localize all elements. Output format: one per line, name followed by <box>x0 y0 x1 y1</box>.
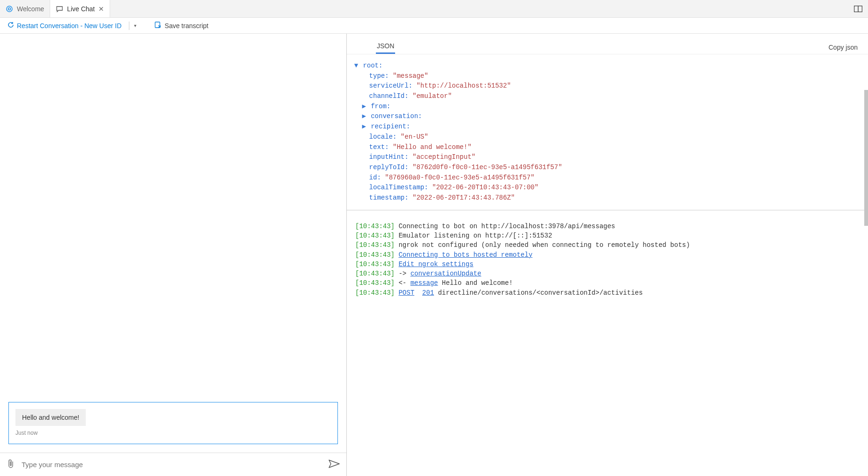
tab-welcome[interactable]: Welcome <box>0 0 50 17</box>
split-panel-icon[interactable] <box>848 0 868 17</box>
log-link[interactable]: Edit ngrok settings <box>398 260 473 268</box>
selected-activity[interactable]: Hello and welcome! Just now <box>8 402 338 444</box>
log-timestamp: [10:43:43] <box>355 232 395 239</box>
log-line: [10:43:43] -> conversationUpdate <box>355 269 860 278</box>
log-link[interactable]: Connecting to bots hosted remotely <box>398 251 532 259</box>
log-timestamp: [10:43:43] <box>355 251 395 259</box>
close-icon[interactable]: ✕ <box>98 5 104 13</box>
json-value: "2022-06-20T10:43:43-07:00" <box>432 184 539 191</box>
refresh-icon <box>7 22 14 30</box>
json-value: "8762d0f0-f0c0-11ec-93e5-a1495f631f57" <box>412 164 562 171</box>
tab-livechat[interactable]: Live Chat ✕ <box>50 0 110 17</box>
tab-livechat-label: Live Chat <box>67 5 95 13</box>
log-link-post[interactable]: POST <box>398 289 414 297</box>
log-link[interactable]: conversationUpdate <box>411 270 481 277</box>
json-key: recipient: <box>371 123 410 130</box>
attachment-icon[interactable] <box>7 459 15 470</box>
restart-label: Restart Conversation - New User ID <box>17 22 121 30</box>
json-key: channelId: <box>369 92 409 100</box>
message-input[interactable] <box>22 461 322 469</box>
chevron-down-icon[interactable]: ▾ <box>134 23 136 28</box>
bot-message-bubble[interactable]: Hello and welcome! <box>15 409 86 426</box>
log-text: -> <box>395 270 411 277</box>
svg-rect-4 <box>155 22 160 28</box>
log-timestamp: [10:43:43] <box>355 241 395 249</box>
log-timestamp: [10:43:43] <box>355 270 395 277</box>
log-link-status[interactable]: 201 <box>422 289 434 297</box>
json-value: "acceptingInput" <box>412 153 475 161</box>
bot-message-text: Hello and welcome! <box>22 414 79 421</box>
json-value: "876960a0-f0c0-11ec-93e5-a1495f631f57" <box>385 174 534 181</box>
log-line: [10:43:43] Connecting to bots hosted rem… <box>355 250 860 260</box>
svg-point-1 <box>8 7 11 10</box>
tab-welcome-label: Welcome <box>17 5 44 13</box>
json-key: conversation: <box>371 112 422 120</box>
json-value: "message" <box>393 72 428 80</box>
log-line: [10:43:43] Emulator listening on http://… <box>355 231 860 240</box>
json-key: from: <box>371 103 390 110</box>
json-key: text: <box>369 143 389 151</box>
log-text: Emulator listening on http://[::]:51532 <box>395 232 552 239</box>
welcome-icon <box>6 5 13 13</box>
log-line: [10:43:43] ngrok not configured (only ne… <box>355 240 860 250</box>
log-timestamp: [10:43:43] <box>355 279 395 287</box>
log-text: <- <box>395 279 411 287</box>
log-line: [10:43:43] POST 201 directline/conversat… <box>355 288 860 298</box>
log-timestamp: [10:43:43] <box>355 223 395 230</box>
divider <box>129 22 129 30</box>
json-key: locale: <box>369 133 397 141</box>
json-key: type: <box>369 72 389 80</box>
json-key: inputHint: <box>369 153 409 161</box>
chat-icon <box>56 5 63 13</box>
main-split: Hello and welcome! Just now JSON Copy js… <box>0 34 868 476</box>
json-tab[interactable]: JSON <box>376 39 395 54</box>
log-link[interactable]: message <box>411 279 438 287</box>
json-value: "http://localhost:51532" <box>416 82 511 89</box>
toolbar: Restart Conversation - New User ID ▾ Sav… <box>0 18 868 34</box>
json-key: serviceUrl: <box>369 82 412 89</box>
json-key: id: <box>369 174 381 181</box>
message-input-bar <box>0 453 346 476</box>
json-key: timestamp: <box>369 194 409 201</box>
log-line: [10:43:43] <- message Hello and welcome! <box>355 278 860 288</box>
tab-bar: Welcome Live Chat ✕ <box>0 0 868 18</box>
message-timestamp: Just now <box>15 430 331 436</box>
save-label: Save transcript <box>165 22 208 30</box>
inspector-pane: JSON Copy json ▼ root: type: "message" s… <box>347 34 868 476</box>
log-text: Connecting to bot on http://localhost:39… <box>395 223 615 230</box>
send-icon[interactable] <box>329 460 340 469</box>
restart-conversation-button[interactable]: Restart Conversation - New User ID <box>5 22 124 30</box>
log-panel[interactable]: [10:43:43] Connecting to bot on http://l… <box>347 210 868 476</box>
expand-icon[interactable]: ▶ <box>361 112 367 122</box>
json-value: "2022-06-20T17:43:43.786Z" <box>412 194 515 201</box>
collapse-icon[interactable]: ▼ <box>353 61 359 71</box>
save-transcript-button[interactable]: Save transcript <box>151 21 211 30</box>
json-key-root: root: <box>363 62 382 69</box>
log-text: directline/conversations/<conversationId… <box>434 289 643 297</box>
save-icon <box>154 21 162 30</box>
svg-point-0 <box>7 6 12 12</box>
json-tree[interactable]: ▼ root: type: "message" serviceUrl: "htt… <box>347 54 868 210</box>
scrollbar[interactable] <box>864 90 868 226</box>
json-value: "emulator" <box>412 92 452 100</box>
chat-pane: Hello and welcome! Just now <box>0 34 347 476</box>
copy-json-button[interactable]: Copy json <box>829 44 858 54</box>
log-text: ngrok not configured (only needed when c… <box>395 241 690 249</box>
json-key: localTimestamp: <box>369 184 428 191</box>
chat-transcript: Hello and welcome! Just now <box>0 34 346 453</box>
json-value: "en-US" <box>401 133 428 141</box>
log-text: Hello and welcome! <box>438 279 513 287</box>
log-timestamp: [10:43:43] <box>355 289 395 297</box>
json-header: JSON Copy json <box>347 34 868 54</box>
expand-icon[interactable]: ▶ <box>361 102 367 112</box>
json-value: "Hello and welcome!" <box>393 143 471 151</box>
log-timestamp: [10:43:43] <box>355 260 395 268</box>
log-line: [10:43:43] Connecting to bot on http://l… <box>355 222 860 231</box>
log-line: [10:43:43] Edit ngrok settings <box>355 260 860 269</box>
expand-icon[interactable]: ▶ <box>361 122 367 132</box>
json-key: replyToId: <box>369 164 409 171</box>
